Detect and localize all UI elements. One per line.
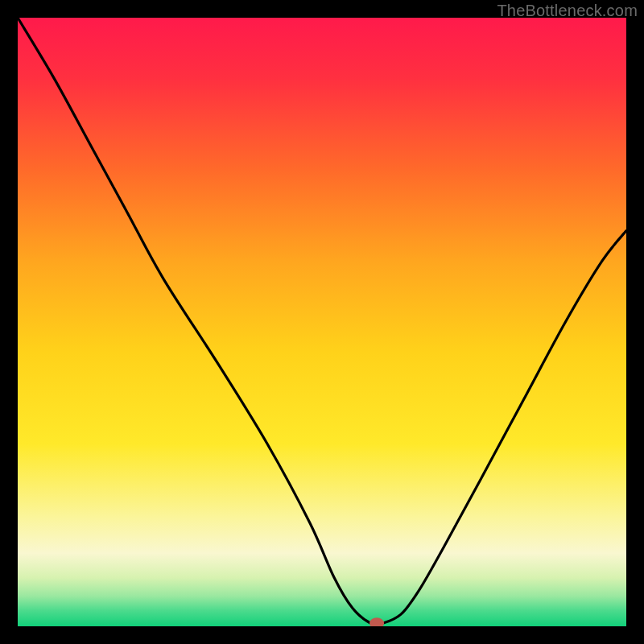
plot-area <box>18 18 626 626</box>
chart-frame: TheBottleneck.com <box>0 0 644 644</box>
bottleneck-chart <box>18 18 626 626</box>
gradient-background <box>18 18 626 626</box>
